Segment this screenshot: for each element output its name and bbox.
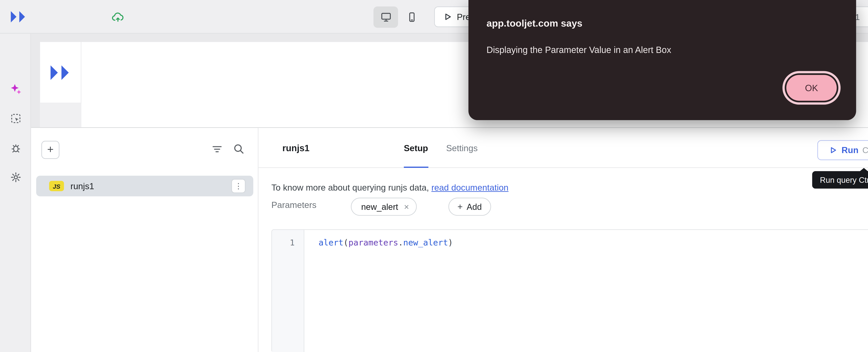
run-label: Run: [841, 145, 859, 155]
query-editor-panel: runjs1 Setup Settings Run Ctrl+Enter Pre…: [258, 128, 868, 352]
parameters-label: Parameters: [271, 200, 316, 210]
run-query-tooltip: Run query Ctrl+Enter: [812, 171, 868, 189]
filter-icon[interactable]: [211, 143, 223, 155]
tooljet-app-builder: Preview v1 Development: [0, 0, 868, 352]
query-item-menu-button[interactable]: ⋮: [231, 179, 245, 193]
query-list-panel: + JS runjs1 ⋮: [31, 128, 258, 352]
run-play-icon: [829, 146, 838, 154]
remove-parameter-icon[interactable]: ×: [404, 202, 409, 212]
query-item-name: runjs1: [70, 181, 94, 191]
code-token-variable: parameters: [348, 237, 398, 247]
read-documentation-link[interactable]: read documentation: [431, 183, 508, 192]
alert-actions: OK: [487, 75, 837, 101]
query-tabs: Setup Settings: [404, 128, 477, 168]
desktop-view-button[interactable]: [373, 6, 398, 28]
run-query-button[interactable]: Run Ctrl+Enter: [817, 140, 868, 160]
add-parameter-button[interactable]: + Add: [448, 198, 491, 216]
code-token-dot: .: [398, 237, 403, 247]
query-panel: + JS runjs1 ⋮ runjs1: [31, 127, 868, 352]
device-toggle: [373, 6, 424, 28]
tooljet-logo-image: [49, 64, 72, 81]
tooljet-logo-icon: [9, 9, 28, 25]
search-icon[interactable]: [232, 143, 245, 155]
play-icon: [443, 12, 452, 21]
inspector-icon[interactable]: [7, 110, 24, 127]
query-name: runjs1: [282, 128, 309, 168]
tooltip-arrow: [860, 168, 868, 171]
code-token-paren-close: ): [448, 237, 453, 247]
run-shortcut: Ctrl+Enter: [863, 145, 868, 155]
logo-image-widget[interactable]: [40, 42, 82, 103]
mobile-view-button[interactable]: [399, 6, 424, 28]
alert-ok-button[interactable]: OK: [786, 75, 837, 101]
add-parameter-label: Add: [467, 202, 482, 212]
code-token-property: new_alert: [403, 237, 448, 247]
js-badge: JS: [49, 181, 64, 191]
alert-title: app.tooljet.com says: [487, 18, 837, 29]
tab-settings[interactable]: Settings: [446, 128, 478, 168]
parameter-name: new_alert: [361, 202, 398, 212]
add-query-button[interactable]: +: [41, 141, 59, 159]
left-sidebar: [0, 33, 31, 352]
query-editor-header: runjs1 Setup Settings Run Ctrl+Enter Pre…: [258, 128, 868, 168]
parameter-pill-new-alert[interactable]: new_alert ×: [351, 198, 417, 216]
canvas-gray-region: [40, 103, 82, 127]
code-editor[interactable]: 1 alert(parameters.new_alert): [271, 229, 868, 352]
settings-gear-icon[interactable]: [7, 168, 24, 185]
tab-setup[interactable]: Setup: [404, 128, 428, 168]
code-token-paren: (: [343, 237, 348, 247]
editor-gutter: 1: [272, 230, 304, 352]
kebab-icon: ⋮: [235, 182, 242, 191]
doc-hint-text: To know more about querying runjs data,: [271, 183, 431, 192]
debugger-icon[interactable]: [7, 139, 24, 156]
query-list-item-runjs1[interactable]: JS runjs1 ⋮: [36, 175, 253, 196]
code-token-function: alert: [318, 237, 343, 247]
cloud-sync-icon: [111, 10, 124, 23]
browser-alert-dialog: app.tooljet.com says Displaying the Para…: [468, 0, 856, 120]
tooltip-text: Run query Ctrl+Enter: [820, 175, 868, 184]
plus-icon: +: [458, 202, 463, 211]
tooljet-ai-icon[interactable]: [7, 80, 24, 97]
doc-hint: To know more about querying runjs data, …: [271, 183, 508, 192]
alert-message: Displaying the Parameter Value in an Ale…: [487, 44, 837, 56]
line-number: 1: [290, 237, 294, 247]
code-line[interactable]: alert(parameters.new_alert): [318, 237, 453, 247]
